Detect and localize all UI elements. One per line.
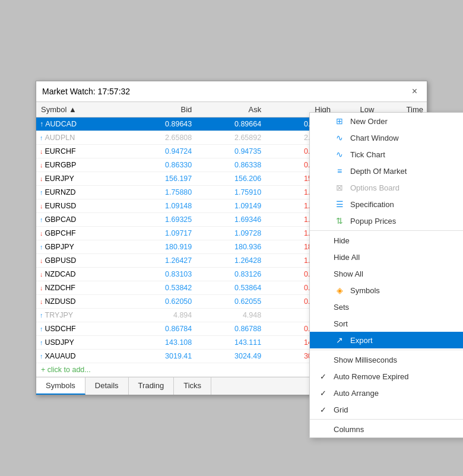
menu-item-label: New Order xyxy=(350,117,388,126)
menu-item-show-all[interactable]: Show All xyxy=(310,265,463,282)
arrow-down-icon: ↓ xyxy=(40,284,43,291)
symbol-name: GBPCAD xyxy=(45,215,77,224)
menu-item-chart-window[interactable]: ∿Chart Window xyxy=(310,129,463,146)
menu-item-sets[interactable]: Sets▶ xyxy=(310,299,463,315)
menu-item-hide-all[interactable]: Hide All xyxy=(310,249,463,265)
menu-checkmark: ✓ xyxy=(317,389,329,398)
cell-symbol: ↑ USDCHF xyxy=(36,322,126,336)
tab-details[interactable]: Details xyxy=(85,377,129,395)
arrow-up-icon: ↑ xyxy=(40,216,43,223)
menu-icon: ◈ xyxy=(334,285,345,295)
menu-item-new-order[interactable]: ⊞New Order xyxy=(310,113,463,129)
menu-item-label: Hide All xyxy=(334,253,360,262)
menu-item-specification[interactable]: ☰Specification xyxy=(310,196,463,212)
arrow-up-icon: ↑ xyxy=(40,120,43,128)
cell-bid: 2.65808 xyxy=(126,131,195,145)
symbol-name: XAUAUD xyxy=(45,352,76,360)
menu-item-label: Grid xyxy=(334,405,348,414)
menu-item-label: Options Board xyxy=(350,183,399,192)
symbol-name: EURUSD xyxy=(45,202,77,210)
menu-item-sort[interactable]: Sort▶ xyxy=(310,315,463,332)
symbol-name: NZDCAD xyxy=(45,270,76,278)
arrow-down-icon: ↓ xyxy=(40,202,43,210)
menu-item-auto-arrange[interactable]: ✓Auto Arrange xyxy=(310,385,463,401)
cell-symbol: ↑ EURNZD xyxy=(36,186,126,199)
cell-ask: 1.75910 xyxy=(195,186,265,199)
cell-symbol: ↓ NZDCHF xyxy=(36,281,126,295)
menu-item-label: Chart Window xyxy=(350,134,399,142)
menu-checkmark: ✓ xyxy=(317,372,329,381)
close-button[interactable]: × xyxy=(408,85,421,98)
menu-item-label: Tick Chart xyxy=(350,150,385,159)
title-bar: Market Watch: 17:57:32 × xyxy=(36,81,427,102)
cell-symbol: ↓ EURGBP xyxy=(36,158,126,172)
menu-item-hide[interactable]: HideDelete xyxy=(310,232,463,249)
arrow-down-icon: ↓ xyxy=(40,148,43,155)
menu-item-tick-chart[interactable]: ∿Tick Chart xyxy=(310,146,463,163)
cell-ask: 1.69346 xyxy=(195,213,265,227)
menu-item-auto-remove-expired[interactable]: ✓Auto Remove Expired xyxy=(310,368,463,385)
menu-item-label: Depth Of Market xyxy=(350,167,407,176)
cell-symbol: ↑ TRYJPY xyxy=(36,309,126,322)
cell-bid: 0.86784 xyxy=(126,322,195,336)
menu-icon: ↗ xyxy=(334,335,345,345)
arrow-down-icon: ↓ xyxy=(40,161,43,169)
cell-symbol: ↓ EURUSD xyxy=(36,199,126,213)
menu-icon: ⊠ xyxy=(334,183,345,192)
menu-shortcut: Delete xyxy=(459,236,463,245)
arrow-down-icon: ↓ xyxy=(40,298,43,305)
tab-trading[interactable]: Trading xyxy=(129,377,175,395)
arrow-up-icon: ↑ xyxy=(40,189,43,196)
menu-icon: ∿ xyxy=(334,133,345,142)
menu-icon: ≡ xyxy=(334,166,345,176)
cell-bid: 1.69325 xyxy=(126,213,195,227)
cell-symbol: ↓ GBPUSD xyxy=(36,254,126,268)
cell-bid: 1.75880 xyxy=(126,186,195,199)
tab-symbols[interactable]: Symbols xyxy=(36,377,85,395)
menu-item-columns[interactable]: Columns▶ xyxy=(310,421,463,437)
symbol-name: USDCHF xyxy=(45,325,76,333)
cell-ask: 0.86338 xyxy=(195,158,265,172)
menu-item-symbols[interactable]: ◈SymbolsCtrl+U xyxy=(310,282,463,299)
menu-item-label: Sets xyxy=(334,303,349,312)
cell-bid: 3019.41 xyxy=(126,350,195,363)
symbol-name: GBPCHF xyxy=(45,229,76,237)
menu-item-label: Auto Arrange xyxy=(334,389,379,398)
menu-item-popup-prices[interactable]: ⇅Popup PricesF10 xyxy=(310,212,463,229)
symbol-name: GBPJPY xyxy=(45,243,74,251)
menu-item-label: Specification xyxy=(350,200,394,209)
cell-bid: 0.86330 xyxy=(126,158,195,172)
symbol-name: EURNZD xyxy=(45,188,76,196)
menu-icon: ⊞ xyxy=(334,116,345,126)
menu-item-depth-of-market[interactable]: ≡Depth Of MarketAlt+B xyxy=(310,163,463,179)
cell-ask: 1.09728 xyxy=(195,227,265,240)
symbol-name: GBPUSD xyxy=(45,256,77,265)
menu-item-show-milliseconds[interactable]: Show Milliseconds xyxy=(310,351,463,368)
menu-item-label: Show Milliseconds xyxy=(334,356,397,364)
menu-shortcut: Ctrl+U xyxy=(459,286,463,294)
cell-ask: 0.62055 xyxy=(195,295,265,309)
menu-item-options-board: ⊠Options Board xyxy=(310,179,463,196)
menu-separator xyxy=(310,350,463,350)
symbol-name: EURJPY xyxy=(45,174,74,183)
arrow-up-icon: ↑ xyxy=(40,134,43,141)
symbol-name: NZDCHF xyxy=(45,284,75,292)
cell-bid: 1.26427 xyxy=(126,254,195,268)
menu-icon: ☰ xyxy=(334,199,345,209)
col-bid[interactable]: Bid xyxy=(126,102,195,118)
cell-ask: 0.53864 xyxy=(195,281,265,295)
cell-symbol: ↑ AUDCAD xyxy=(36,118,126,131)
menu-item-export[interactable]: ↗Export xyxy=(310,332,463,348)
col-ask[interactable]: Ask xyxy=(195,102,265,118)
arrow-down-icon: ↓ xyxy=(40,257,43,264)
cell-symbol: ↓ EURCHF xyxy=(36,145,126,158)
menu-item-grid[interactable]: ✓Grid xyxy=(310,401,463,418)
menu-item-label: Symbols xyxy=(350,286,380,295)
menu-item-label: Export xyxy=(350,336,373,345)
cell-ask: 143.111 xyxy=(195,336,265,350)
tab-ticks[interactable]: Ticks xyxy=(174,377,211,395)
col-symbol[interactable]: Symbol ▲ xyxy=(36,102,126,118)
cell-bid: 0.94724 xyxy=(126,145,195,158)
cell-ask: 4.948 xyxy=(195,309,265,322)
menu-separator xyxy=(310,419,463,420)
